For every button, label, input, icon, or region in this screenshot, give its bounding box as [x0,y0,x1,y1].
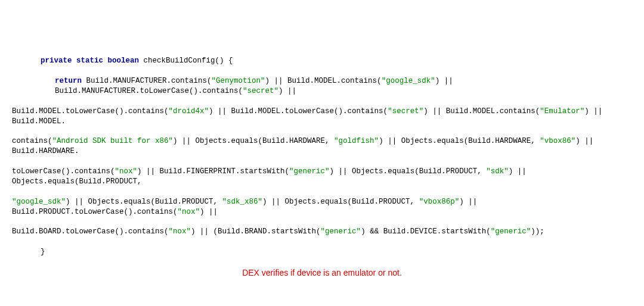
code-line: } [12,247,632,257]
blank-line [12,289,632,299]
code-line: return Build.MANUFACTURER.contains("Geny… [12,76,632,96]
code-line: contains("Android SDK built for x86") ||… [12,136,632,157]
annotation-emulator: DEX verifies if device is an emulator or… [12,267,632,279]
code-line: toLowerCase().contains("nox") || Build.F… [12,167,632,187]
code-block: private static boolean checkBuildConfig(… [12,46,632,307]
code-line: "google_sdk") || Objects.equals(Build.PR… [12,197,632,217]
code-line: Build.BOARD.toLowerCase().contains("nox"… [12,227,632,237]
code-line: Build.MODEL.toLowerCase().contains("droi… [12,107,632,127]
code-line: private static boolean checkBuildConfig(… [12,56,632,66]
kw: private static boolean [41,57,139,65]
